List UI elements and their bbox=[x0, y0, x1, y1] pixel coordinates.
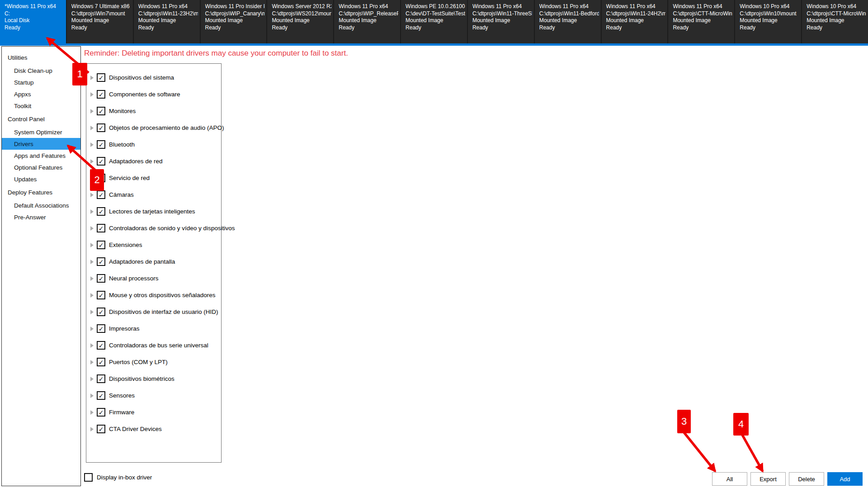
sidebar-item-default-associations[interactable]: Default Associations bbox=[2, 199, 80, 211]
tab-status: Ready bbox=[272, 24, 331, 32]
tree-row-label: Dispositivos biométricos bbox=[109, 375, 175, 382]
checkbox-checked-icon[interactable]: ✓ bbox=[97, 374, 105, 383]
expand-arrow-icon[interactable] bbox=[90, 142, 94, 147]
tree-row-neural-processors: ✓Neural processors bbox=[86, 270, 221, 287]
sidebar-item-toolkit[interactable]: Toolkit bbox=[2, 100, 80, 112]
checkbox-checked-icon[interactable]: ✓ bbox=[97, 207, 105, 216]
checkbox-unchecked-icon[interactable] bbox=[84, 473, 93, 482]
expand-arrow-icon[interactable] bbox=[90, 427, 94, 431]
sidebar: UtilitiesDisk Clean-upStartupAppxsToolki… bbox=[1, 46, 81, 486]
image-tab-windows-11-pro-x64[interactable]: Windows 11 Pro x64C:\dtprojs\Win11-24H2\… bbox=[602, 0, 668, 43]
checkbox-checked-icon[interactable]: ✓ bbox=[97, 324, 105, 333]
tree-row-label: Neural processors bbox=[109, 275, 159, 282]
sidebar-item-disk-clean-up[interactable]: Disk Clean-up bbox=[2, 65, 80, 76]
expand-arrow-icon[interactable] bbox=[90, 159, 94, 164]
image-tab-windows-10-pro-x64[interactable]: Windows 10 Pro x64C:\dtprojs\CTT-MicroWi… bbox=[802, 0, 868, 43]
tab-path: C:\dtprojs\WIP_ReleasePre bbox=[339, 10, 398, 18]
annotation-arrow bbox=[684, 432, 715, 471]
expand-arrow-icon[interactable] bbox=[90, 293, 94, 298]
expand-arrow-icon[interactable] bbox=[90, 226, 94, 231]
expand-arrow-icon[interactable] bbox=[90, 92, 94, 97]
tab-kind: Mounted Image bbox=[740, 17, 799, 24]
expand-arrow-icon[interactable] bbox=[90, 310, 94, 314]
image-tab-windows-11-pro-x64[interactable]: Windows 11 Pro x64C:\dtprojs\CTT-MicroWi… bbox=[668, 0, 734, 43]
checkbox-checked-icon[interactable]: ✓ bbox=[97, 107, 105, 115]
checkbox-checked-icon[interactable]: ✓ bbox=[97, 358, 105, 366]
expand-arrow-icon[interactable] bbox=[90, 109, 94, 114]
delete-button[interactable]: Delete bbox=[789, 472, 824, 486]
tab-status: Ready bbox=[539, 24, 599, 32]
sidebar-item-optional-features[interactable]: Optional Features bbox=[2, 161, 80, 173]
tab-kind: Mounted Image bbox=[539, 17, 599, 24]
expand-arrow-icon[interactable] bbox=[90, 410, 94, 415]
checkbox-checked-icon[interactable]: ✓ bbox=[97, 274, 105, 283]
checkbox-checked-icon[interactable]: ✓ bbox=[97, 257, 105, 266]
sidebar-item-pre-answer[interactable]: Pre-Answer bbox=[2, 211, 80, 223]
expand-arrow-icon[interactable] bbox=[90, 377, 94, 381]
checkbox-checked-icon[interactable]: ✓ bbox=[97, 241, 105, 249]
checkbox-checked-icon[interactable]: ✓ bbox=[97, 341, 105, 350]
expand-arrow-icon[interactable] bbox=[90, 243, 94, 247]
checkbox-checked-icon[interactable]: ✓ bbox=[97, 140, 105, 149]
sidebar-item-updates[interactable]: Updates bbox=[2, 173, 80, 185]
tab-path: C:\dtprojs\Win11-23H2\m bbox=[138, 10, 198, 18]
image-tab-windows-11-pro-x64[interactable]: Windows 11 Pro x64C:\dtprojs\Win11-Bedfo… bbox=[535, 0, 601, 43]
expand-arrow-icon[interactable] bbox=[90, 393, 94, 398]
image-tab-windows-7-ultimate-x86[interactable]: Windows 7 Ultimate x86C:\dtprojs\Win7\mo… bbox=[67, 0, 133, 43]
expand-arrow-icon[interactable] bbox=[90, 209, 94, 214]
expand-arrow-icon[interactable] bbox=[90, 260, 94, 264]
checkbox-checked-icon[interactable]: ✓ bbox=[97, 123, 105, 132]
image-tab-windows-pe-10-0-26100-1-x[interactable]: Windows PE 10.0.26100.1 xC:\dev\DT-TestS… bbox=[401, 0, 467, 43]
tab-title: Windows 11 Pro Insider Pr bbox=[205, 3, 265, 10]
add-button[interactable]: Add bbox=[827, 472, 863, 486]
tab-kind: Mounted Image bbox=[71, 17, 131, 24]
checkbox-checked-icon[interactable]: ✓ bbox=[97, 291, 105, 299]
image-tab-windows-11-pro-x64[interactable]: Windows 11 Pro x64C:\dtprojs\WIP_Release… bbox=[334, 0, 400, 43]
tab-title: Windows 11 Pro x64 bbox=[472, 3, 532, 10]
expand-arrow-icon[interactable] bbox=[90, 126, 94, 130]
expand-arrow-icon[interactable] bbox=[90, 343, 94, 348]
tab-path: C:\dtprojs\Win10\mount bbox=[740, 10, 799, 18]
tree-row-controladoras-de-sonido-y-v-deo-y-dispositivos: ✓Controladoras de sonido y vídeo y dispo… bbox=[86, 220, 221, 237]
tab-path: C:\dtprojs\CTT-MicroWin-\ bbox=[807, 10, 866, 18]
expand-arrow-icon[interactable] bbox=[90, 193, 94, 197]
tree-row-lectores-de-tarjetas-inteligentes: ✓Lectores de tarjetas inteligentes bbox=[86, 203, 221, 220]
tree-row-cta-driver-devices: ✓CTA Driver Devices bbox=[86, 421, 221, 437]
sidebar-item-drivers[interactable]: Drivers bbox=[2, 138, 80, 150]
expand-arrow-icon[interactable] bbox=[90, 327, 94, 331]
sidebar-item-apps-and-features[interactable]: Apps and Features bbox=[2, 150, 80, 161]
checkbox-checked-icon[interactable]: ✓ bbox=[97, 391, 105, 400]
all-button[interactable]: All bbox=[712, 472, 747, 486]
tree-row-label: Controladoras de bus serie universal bbox=[109, 342, 208, 349]
image-tab-windows-11-pro-x64[interactable]: Windows 11 Pro x64C:\dtprojs\Win11-Three… bbox=[468, 0, 534, 43]
checkbox-checked-icon[interactable]: ✓ bbox=[97, 224, 105, 232]
image-tab-windows-11-pro-insider-pr[interactable]: Windows 11 Pro Insider PrC:\dtprojs\WIP_… bbox=[201, 0, 267, 43]
checkbox-checked-icon[interactable]: ✓ bbox=[97, 190, 105, 199]
display-inbox-driver-checkbox[interactable]: Display in-box driver bbox=[84, 473, 152, 482]
image-tab-windows-11-pro-x64[interactable]: Windows 11 Pro x64C:\dtprojs\Win11-23H2\… bbox=[134, 0, 200, 43]
tab-status: Ready bbox=[138, 24, 198, 32]
tab-title: Windows 11 Pro x64 bbox=[606, 3, 666, 10]
checkbox-checked-icon[interactable]: ✓ bbox=[97, 425, 105, 433]
checkbox-checked-icon[interactable]: ✓ bbox=[97, 408, 105, 417]
expand-arrow-icon[interactable] bbox=[90, 76, 94, 80]
sidebar-item-appxs[interactable]: Appxs bbox=[2, 88, 80, 100]
export-button[interactable]: Export bbox=[750, 472, 786, 486]
sidebar-item-startup[interactable]: Startup bbox=[2, 76, 80, 88]
expand-arrow-icon[interactable] bbox=[90, 360, 94, 365]
tab-title: Windows 10 Pro x64 bbox=[807, 3, 866, 10]
tree-row-c-maras: ✓Cámaras bbox=[86, 186, 221, 203]
tab-status: Ready bbox=[807, 24, 866, 32]
tree-row-bluetooth: ✓Bluetooth bbox=[86, 136, 221, 153]
sidebar-item-system-optimizer[interactable]: System Optimizer bbox=[2, 126, 80, 138]
checkbox-checked-icon[interactable]: ✓ bbox=[97, 73, 105, 82]
image-tab-windows-server-2012-r2-d[interactable]: Windows Server 2012 R2 DC:\dtprojs\WS201… bbox=[267, 0, 333, 43]
checkbox-checked-icon[interactable]: ✓ bbox=[97, 308, 105, 316]
checkbox-checked-icon[interactable]: ✓ bbox=[97, 90, 105, 99]
tree-row-objetos-de-procesamiento-de-audio-apo: ✓Objetos de procesamiento de audio (APO) bbox=[86, 119, 221, 136]
image-tab-windows-10-pro-x64[interactable]: Windows 10 Pro x64C:\dtprojs\Win10\mount… bbox=[735, 0, 801, 43]
image-tab-windows-11-pro-x64[interactable]: *Windows 11 Pro x64C:Local DiskReady bbox=[0, 0, 66, 43]
expand-arrow-icon[interactable] bbox=[90, 276, 94, 281]
checkbox-checked-icon[interactable]: ✓ bbox=[97, 157, 105, 166]
tree-row-label: Puertos (COM y LPT) bbox=[109, 359, 168, 365]
